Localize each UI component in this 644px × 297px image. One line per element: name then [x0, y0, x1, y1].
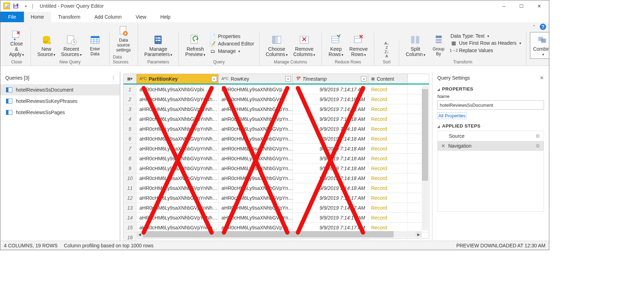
- all-properties-link[interactable]: All Properties: [437, 112, 467, 119]
- cell-timestamp[interactable]: 9/9/2019 7:14:18 AM: [293, 124, 368, 134]
- query-name-input[interactable]: [437, 100, 544, 110]
- cell-timestamp[interactable]: 9/9/2019 7:14:18 AM: [293, 94, 368, 104]
- cell-partitionkey[interactable]: aHR0cHM6Ly9saXNhbGVpYnNh…: [137, 163, 219, 173]
- cell-rowkey[interactable]: aHR0cHM6Ly9saXNhbGVpYn…: [219, 124, 293, 134]
- cell-rowkey[interactable]: aHR0cHM6Ly9saXNhbGVpYn…: [219, 213, 293, 222]
- cell-rowkey[interactable]: aHR0cHM6Ly9saXNhbGVpYn…: [219, 134, 293, 143]
- cell-partitionkey[interactable]: aHR0cHM6Ly9saXNhbGVpYnNh…: [137, 114, 219, 124]
- sort-desc-button[interactable]: Z↓A: [378, 49, 395, 59]
- qat-dropdown-icon[interactable]: ▾: [21, 2, 30, 10]
- query-item[interactable]: hotelReviewsSsKeyPhrases: [0, 95, 120, 107]
- tab-add-column[interactable]: Add Column: [87, 12, 129, 22]
- table-row[interactable]: 5aHR0cHM6Ly9saXNhbGVpYnNh…aHR0cHM6Ly9saX…: [124, 124, 429, 134]
- cell-rowkey[interactable]: aHR0cHM6Ly9saXNhbGVp…: [219, 85, 293, 94]
- cell-timestamp[interactable]: 9/9/2019 7:14:17 AM: [293, 213, 368, 222]
- group-by-button[interactable]: Group By: [428, 32, 449, 58]
- applied-step[interactable]: Source⚙: [438, 131, 544, 141]
- collapse-queries-icon[interactable]: 〈: [110, 75, 115, 81]
- remove-columns-button[interactable]: Remove Columns▾: [290, 32, 318, 59]
- save-icon[interactable]: [12, 2, 20, 10]
- filter-rowkey-icon[interactable]: ▾: [285, 76, 291, 82]
- table-row[interactable]: 1aHR0cHM6Ly9saXNhbGVpbi…aHR0cHM6Ly9saXNh…: [124, 85, 429, 94]
- cell-timestamp[interactable]: 9/9/2019 7:14:18 AM: [293, 163, 368, 173]
- tab-home[interactable]: Home: [24, 12, 51, 22]
- cell-content[interactable]: Record: [368, 94, 408, 104]
- choose-columns-button[interactable]: Choose Columns▾: [263, 32, 290, 59]
- cell-rowkey[interactable]: aHR0cHM6Ly9saXNhbGVpYn…: [219, 144, 293, 153]
- applied-step[interactable]: ✕Navigation⚙: [438, 141, 544, 151]
- col-header-timestamp[interactable]: 📅Timestamp▾: [293, 74, 368, 83]
- cell-timestamp[interactable]: 9/9/2019 7:14:18 AM: [293, 154, 368, 163]
- filter-partitionkey-icon[interactable]: ▾: [211, 76, 217, 82]
- cell-content[interactable]: Record: [368, 85, 408, 94]
- query-item[interactable]: hotelReviewsSsPages: [0, 107, 120, 118]
- cell-rowkey[interactable]: aHR0cHM6Ly9saXNhbGVpYn…: [219, 183, 293, 193]
- table-row[interactable]: 2aHR0cHM6Ly9saXNhbGVpYnNh…aHR0cHM6Ly9saX…: [124, 94, 429, 104]
- vertical-scrollbar[interactable]: [422, 86, 428, 230]
- table-row[interactable]: 11aHR0cHM6Ly9saXNhbGVpYnNh…aHR0cHM6Ly9sa…: [124, 183, 429, 193]
- cell-content[interactable]: Record: [368, 193, 408, 203]
- scroll-right-icon[interactable]: ▶: [415, 231, 422, 237]
- col-header-partitionkey[interactable]: AᴮCPartitionKey▾: [137, 74, 219, 83]
- manage-button[interactable]: 🗂Manage▾: [210, 48, 254, 54]
- table-row[interactable]: 4aHR0cHM6Ly9saXNhbGVpYnNh…aHR0cHM6Ly9saX…: [124, 114, 429, 124]
- table-row[interactable]: 12aHR0cHM6Ly9saXNhbGVpYnNh…aHR0cHM6Ly9sa…: [124, 193, 429, 203]
- cell-content[interactable]: Record: [368, 134, 408, 143]
- cell-timestamp[interactable]: 9/9/2019 7:14:18 AM: [293, 134, 368, 143]
- cell-rowkey[interactable]: aHR0cHM6Ly9saXNhbGVpYn…: [219, 203, 293, 212]
- refresh-preview-button[interactable]: Refresh Preview▾: [182, 32, 208, 59]
- close-settings-icon[interactable]: ✕: [540, 75, 544, 81]
- cell-rowkey[interactable]: aHR0cHM6Ly9saXNhbGVpYn…: [219, 193, 293, 203]
- cell-timestamp[interactable]: 9/9/2019 7:14:18 AM: [293, 144, 368, 153]
- horizontal-scrollbar[interactable]: [143, 231, 415, 237]
- cell-content[interactable]: Record: [368, 183, 408, 193]
- cell-rowkey[interactable]: aHR0cHM6Ly9saXNhbGVpYn…: [219, 163, 293, 173]
- tab-transform[interactable]: Transform: [51, 12, 87, 22]
- maximize-button[interactable]: ☐: [517, 1, 526, 11]
- properties-button[interactable]: 📄Properties: [210, 33, 254, 39]
- table-row[interactable]: 8aHR0cHM6Ly9saXNhbGVpYnNh…aHR0cHM6Ly9saX…: [124, 154, 429, 163]
- cell-timestamp[interactable]: 9/9/2019 7:14:17 AM: [293, 85, 368, 94]
- cell-content[interactable]: Record: [368, 124, 408, 134]
- cell-partitionkey[interactable]: aHR0cHM6Ly9saXNhbGVpYnNh…: [137, 223, 219, 232]
- close-window-button[interactable]: ✕: [534, 1, 544, 11]
- cell-content[interactable]: Record: [368, 163, 408, 173]
- cell-content[interactable]: Record: [368, 223, 408, 232]
- col-header-rowkey[interactable]: AᴮCRowKey▾: [219, 74, 293, 83]
- cell-partitionkey[interactable]: aHR0cHM6Ly9saXNhbGVpYnNh…: [137, 104, 219, 114]
- cell-content[interactable]: Record: [368, 203, 408, 212]
- close-apply-button[interactable]: Close & Apply▾: [6, 27, 27, 59]
- table-row[interactable]: 9aHR0cHM6Ly9saXNhbGVpYnNh…aHR0cHM6Ly9saX…: [124, 163, 429, 173]
- cell-partitionkey[interactable]: aHR0cHM6Ly9saXNhbGVpYnNh…: [137, 183, 219, 193]
- tab-file[interactable]: File: [0, 12, 24, 22]
- cell-timestamp[interactable]: 9/9/2019 7:14:18 AM: [293, 183, 368, 193]
- cell-timestamp[interactable]: 9/9/2019 7:14:18 AM: [293, 173, 368, 183]
- cell-timestamp[interactable]: 9/9/2019 7:14:17 AM: [293, 223, 368, 232]
- cell-partitionkey[interactable]: aHR0cHM6Ly9saXNhbGVpYnNh…: [137, 154, 219, 163]
- step-gear-icon[interactable]: ⚙: [536, 143, 540, 149]
- help-icon[interactable]: ?: [540, 24, 546, 30]
- cell-rowkey[interactable]: aHR0cHM6Ly9saXNhbGVpYn…: [219, 173, 293, 183]
- table-row[interactable]: 3aHR0cHM6Ly9saXNhbGVpYnNh…aHR0cHM6Ly9saX…: [124, 104, 429, 114]
- filter-timestamp-icon[interactable]: ▾: [361, 76, 367, 82]
- grid-corner-button[interactable]: ▦▾: [124, 74, 137, 83]
- cell-timestamp[interactable]: 9/9/2019 7:14:18 AM: [293, 114, 368, 124]
- col-header-content[interactable]: ▦Content: [368, 74, 408, 83]
- cell-timestamp[interactable]: 9/9/2019 7:14:17 AM: [293, 193, 368, 203]
- delete-step-icon[interactable]: ✕: [441, 143, 445, 149]
- table-row[interactable]: 14aHR0cHM6Ly9saXNhbGVpYnNh…aHR0cHM6Ly9sa…: [124, 213, 429, 223]
- tab-help[interactable]: Help: [153, 12, 177, 22]
- table-row[interactable]: 6aHR0cHM6Ly9saXNhbGVpYnNh…aHR0cHM6Ly9saX…: [124, 134, 429, 144]
- cell-partitionkey[interactable]: aHR0cHM6Ly9saXNhbGVpYnNh…: [137, 213, 219, 222]
- cell-content[interactable]: Record: [368, 173, 408, 183]
- table-row[interactable]: 10aHR0cHM6Ly9saXNhbGVpYnNh…aHR0cHM6Ly9sa…: [124, 173, 429, 183]
- cell-content[interactable]: Record: [368, 213, 408, 222]
- recent-sources-button[interactable]: Recent Sources▾: [58, 32, 84, 59]
- cell-partitionkey[interactable]: aHR0cHM6Ly9saXNhbGVpYnNh…: [137, 94, 219, 104]
- cell-timestamp[interactable]: 9/9/2019 7:14:18 AM: [293, 104, 368, 114]
- cell-content[interactable]: Record: [368, 144, 408, 153]
- data-source-settings-button[interactable]: Data source settings: [113, 24, 134, 54]
- cell-rowkey[interactable]: aHR0cHM6Ly9saXNhbGVpYn…: [219, 154, 293, 163]
- cell-timestamp[interactable]: 9/9/2019 7:14:17 AM: [293, 203, 368, 212]
- cell-content[interactable]: Record: [368, 154, 408, 163]
